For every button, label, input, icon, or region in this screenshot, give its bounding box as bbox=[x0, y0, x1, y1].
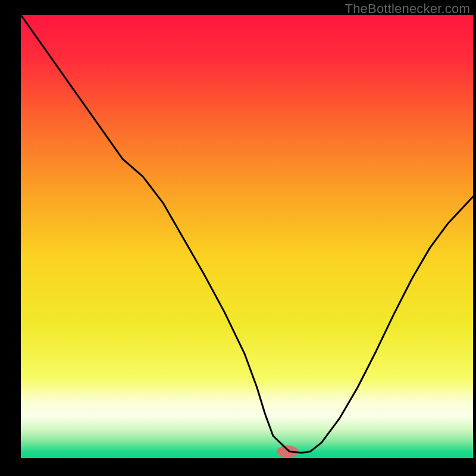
bottleneck-chart bbox=[0, 0, 476, 476]
plot-background bbox=[21, 15, 473, 458]
chart-frame: TheBottlenecker.com bbox=[0, 0, 476, 476]
